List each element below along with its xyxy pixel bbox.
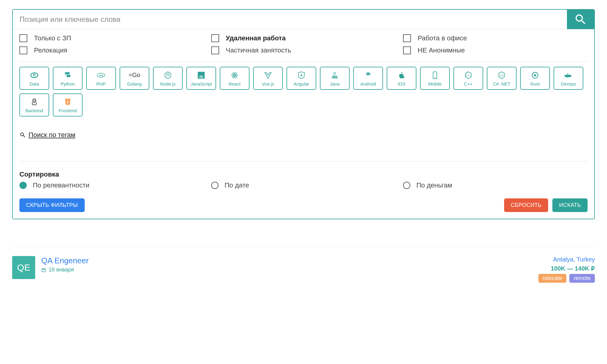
tech-filter-csharp[interactable]: C#C# .NET — [487, 67, 517, 90]
svg-rect-40 — [567, 73, 568, 75]
filter-checkbox-2[interactable]: Работа в офисе — [403, 33, 588, 43]
tech-filter-r[interactable]: RData — [19, 67, 49, 90]
tech-filter-apple[interactable]: iOS — [387, 67, 416, 90]
tech-filter-java[interactable]: Java — [320, 67, 350, 90]
tech-label: Rust — [531, 81, 540, 86]
job-badge-remote[interactable]: remote — [569, 274, 595, 283]
reset-button[interactable]: СБРОСИТЬ — [504, 198, 548, 212]
tech-filter-vue[interactable]: Vue.js — [253, 67, 283, 90]
react-icon — [230, 70, 239, 80]
technology-filter-grid: RDataPythonphpPHP=GoGolangNode.jsJSJavaS… — [19, 67, 588, 116]
mobile-icon — [430, 70, 440, 80]
sort-label: По дате — [225, 181, 249, 189]
tech-label: C# .NET — [493, 81, 510, 86]
job-salary: 100K — 140K ₽ — [551, 265, 595, 272]
tech-label: Mobile — [428, 81, 442, 86]
html5-icon: 5 — [63, 97, 73, 107]
tech-label: Data — [29, 81, 39, 86]
checkbox-box — [403, 34, 411, 42]
svg-point-2 — [66, 72, 67, 73]
checkbox-box — [403, 46, 411, 54]
checkbox-label: Удаленная работа — [226, 34, 286, 42]
sort-option-1[interactable]: По дате — [211, 181, 396, 189]
svg-text:php: php — [99, 74, 103, 76]
radio-circle — [211, 182, 219, 189]
search-button[interactable] — [567, 10, 594, 29]
sort-option-2[interactable]: По деньгам — [403, 181, 588, 189]
tech-filter-rust[interactable]: Rust — [520, 67, 550, 90]
svg-point-15 — [367, 73, 367, 74]
tech-label: JavaScript — [191, 81, 212, 86]
checkbox-label: Работа в офисе — [418, 34, 467, 42]
checkbox-box — [19, 34, 27, 42]
tech-filter-react[interactable]: React — [220, 67, 249, 90]
calendar-icon — [41, 268, 46, 272]
hide-filters-button[interactable]: СКРЫТЬ ФИЛЬТРЫ — [19, 198, 85, 212]
filter-checkbox-3[interactable]: Релокация — [19, 45, 204, 56]
search-submit-button[interactable]: ИСКАТЬ — [552, 198, 588, 212]
tech-label: C++ — [464, 81, 473, 86]
tech-label: Devops — [561, 81, 576, 86]
tech-filter-devops[interactable]: Devops — [554, 67, 583, 90]
search-bar — [13, 10, 594, 29]
svg-point-8 — [234, 74, 235, 76]
search-input[interactable] — [13, 10, 567, 29]
tech-filter-angular[interactable]: AAngular — [287, 67, 316, 90]
job-title-link[interactable]: QA Engeneer — [41, 256, 89, 265]
svg-point-3 — [68, 77, 69, 77]
sort-label: По деньгам — [416, 181, 452, 189]
svg-point-43 — [33, 99, 34, 100]
filter-checkbox-0[interactable]: Только с ЗП — [19, 33, 204, 43]
tech-filter-python[interactable]: Python — [53, 67, 83, 90]
tech-filter-go[interactable]: =GoGolang — [120, 67, 149, 90]
linux-icon — [29, 97, 39, 107]
svg-point-44 — [35, 99, 35, 100]
job-badge-relocate[interactable]: relocate — [538, 274, 566, 283]
tech-filter-nodejs[interactable]: Node.js — [153, 67, 183, 90]
job-badges: relocateremote — [538, 274, 595, 283]
action-button-row: СКРЫТЬ ФИЛЬТРЫ СБРОСИТЬ ИСКАТЬ — [19, 198, 588, 212]
svg-text:R: R — [33, 73, 36, 77]
tech-label: Angular — [293, 81, 309, 86]
search-icon — [19, 132, 26, 138]
job-location[interactable]: Antalya, Turkey — [553, 256, 595, 263]
svg-point-24 — [534, 74, 536, 76]
tech-filter-js[interactable]: JSJavaScript — [186, 67, 216, 90]
svg-line-18 — [369, 72, 370, 73]
java-icon — [330, 70, 340, 80]
svg-line-17 — [367, 72, 367, 73]
filter-checkbox-5[interactable]: НЕ Анонимные — [403, 45, 588, 56]
tech-filter-php[interactable]: phpPHP — [86, 67, 116, 90]
filter-checkbox-4[interactable]: Частичная занятость — [211, 45, 396, 56]
tech-label: Backend — [25, 108, 43, 113]
checkbox-label: Только с ЗП — [34, 34, 71, 42]
svg-point-13 — [333, 76, 337, 77]
tech-label: React — [229, 81, 240, 86]
tech-filter-mobile[interactable]: Mobile — [420, 67, 450, 90]
tech-filter-linux[interactable]: Backend — [19, 93, 49, 116]
svg-text:C#: C# — [500, 73, 504, 77]
svg-point-20 — [435, 77, 436, 78]
tech-label: Frontend — [59, 108, 77, 113]
tech-label: Golang — [127, 81, 142, 86]
tech-filter-html5[interactable]: 5Frontend — [53, 93, 83, 116]
job-left: QE QA Engeneer 19 января — [12, 256, 89, 279]
svg-text:JS: JS — [199, 75, 203, 78]
search-panel: Только с ЗПУдаленная работаРабота в офис… — [12, 9, 595, 219]
tech-filter-android[interactable]: Android — [353, 67, 383, 90]
android-icon — [363, 70, 373, 80]
job-card: QE QA Engeneer 19 января Antalya, Turkey… — [12, 247, 595, 283]
checkbox-filter-grid: Только с ЗПУдаленная работаРабота в офис… — [19, 33, 588, 56]
tech-filter-cpp[interactable]: C++C++ — [453, 67, 483, 90]
csharp-icon: C# — [497, 70, 507, 80]
sort-label: По релевантности — [33, 181, 90, 189]
devops-icon — [564, 70, 573, 80]
tag-search-link[interactable]: Поиск по тегам — [19, 131, 75, 139]
nodejs-icon — [163, 70, 173, 80]
tech-label: iOS — [398, 81, 405, 86]
svg-rect-46 — [42, 268, 46, 272]
svg-text:A: A — [300, 73, 303, 77]
python-icon — [63, 70, 73, 80]
sort-option-0[interactable]: По релевантности — [19, 181, 204, 189]
filter-checkbox-1[interactable]: Удаленная работа — [211, 33, 396, 43]
